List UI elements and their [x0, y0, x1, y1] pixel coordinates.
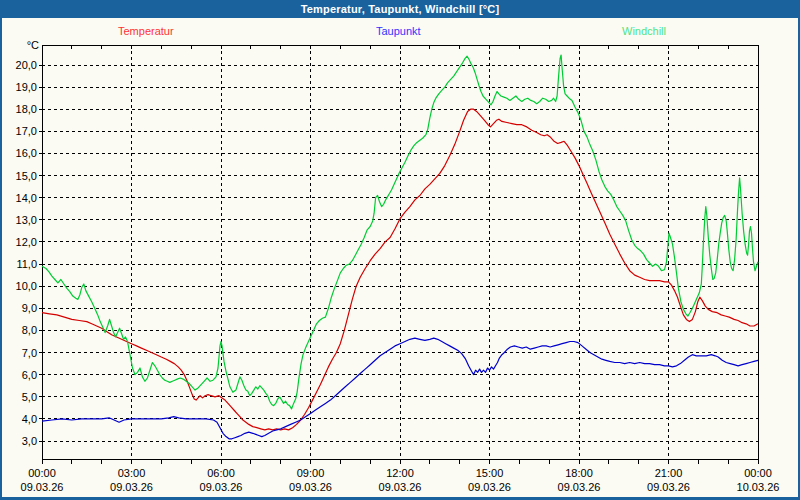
y-tick-label: 6,0 [22, 369, 37, 381]
x-tick-date-label: 09.03.26 [379, 481, 422, 493]
chart-plot: 20,019,018,017,016,015,014,013,012,011,0… [2, 18, 798, 497]
x-tick-date-label: 10.03.26 [737, 481, 780, 493]
y-tick-label: 16,0 [16, 147, 37, 159]
x-tick-time-label: 18:00 [565, 467, 593, 479]
x-tick-time-label: 15:00 [476, 467, 504, 479]
y-tick-label: 18,0 [16, 103, 37, 115]
x-tick-date-label: 09.03.26 [289, 481, 332, 493]
x-tick-date-label: 09.03.26 [647, 481, 690, 493]
y-axis-unit-label: °C [27, 39, 39, 51]
x-tick-time-label: 09:00 [297, 467, 325, 479]
y-tick-label: 12,0 [16, 236, 37, 248]
y-tick-label: 4,0 [22, 413, 37, 425]
x-tick-date-label: 09.03.26 [200, 481, 243, 493]
y-tick-label: 14,0 [16, 192, 37, 204]
x-tick-date-label: 09.03.26 [110, 481, 153, 493]
x-tick-time-label: 00:00 [744, 467, 772, 479]
y-tick-label: 7,0 [22, 347, 37, 359]
x-tick-time-label: 12:00 [386, 467, 414, 479]
y-tick-label: 5,0 [22, 391, 37, 403]
y-tick-label: 11,0 [16, 258, 37, 270]
y-tick-label: 15,0 [16, 170, 37, 182]
x-tick-time-label: 03:00 [118, 467, 146, 479]
y-tick-label: 8,0 [22, 324, 37, 336]
y-tick-label: 17,0 [16, 125, 37, 137]
x-tick-date-label: 09.03.26 [558, 481, 601, 493]
window-title: Temperatur, Taupunkt, Windchill [°C] [301, 3, 500, 15]
y-tick-label: 3,0 [22, 435, 37, 447]
x-tick-time-label: 21:00 [655, 467, 683, 479]
y-tick-label: 20,0 [16, 59, 37, 71]
x-tick-date-label: 09.03.26 [21, 481, 64, 493]
y-tick-label: 19,0 [16, 81, 37, 93]
x-tick-time-label: 06:00 [207, 467, 235, 479]
x-tick-time-label: 00:00 [28, 467, 56, 479]
chart-window: Temperatur, Taupunkt, Windchill [°C] Tem… [0, 0, 800, 500]
chart-content-area: Temperatur Taupunkt Windchill 20,019,018… [2, 18, 798, 497]
y-tick-label: 10,0 [16, 280, 37, 292]
x-tick-date-label: 09.03.26 [468, 481, 511, 493]
y-tick-label: 13,0 [16, 214, 37, 226]
y-tick-label: 9,0 [22, 302, 37, 314]
window-titlebar: Temperatur, Taupunkt, Windchill [°C] [2, 2, 798, 18]
